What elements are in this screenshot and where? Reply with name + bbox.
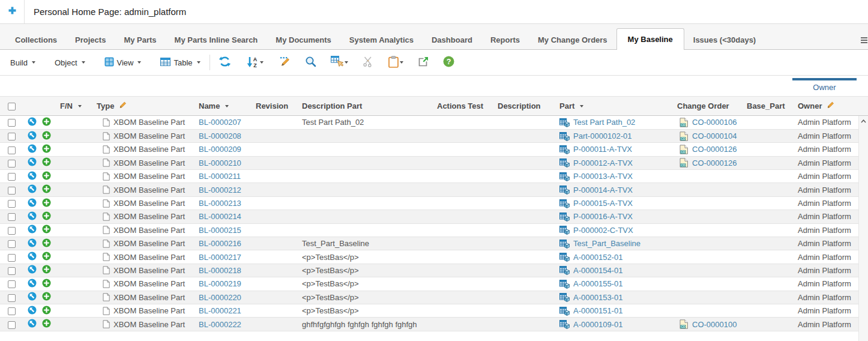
change-order-link[interactable]: CO-0000126 <box>692 145 737 154</box>
info-icon[interactable] <box>28 144 37 153</box>
info-icon[interactable] <box>28 117 37 126</box>
sort-button[interactable]: AZ <box>244 55 265 71</box>
row-checkbox[interactable] <box>8 240 16 248</box>
baseline-name-link[interactable]: BL-0000215 <box>199 226 241 235</box>
part-link[interactable]: A-0000152-01 <box>573 253 622 262</box>
add-icon[interactable] <box>42 211 51 220</box>
change-order-link[interactable]: CO-0000106 <box>692 118 737 127</box>
part-link[interactable]: A-0000154-01 <box>573 266 622 275</box>
baseline-name-link[interactable]: BL-0000218 <box>199 266 241 275</box>
info-icon[interactable] <box>28 171 37 180</box>
column-header-change-order[interactable]: Change Order <box>674 97 743 115</box>
baseline-name-link[interactable]: BL-0000216 <box>199 239 241 248</box>
baseline-name-link[interactable]: BL-0000211 <box>199 172 241 181</box>
baseline-name-link[interactable]: BL-0000209 <box>199 145 241 154</box>
add-icon[interactable] <box>42 157 51 166</box>
info-icon[interactable] <box>28 252 37 261</box>
view-menu-button[interactable]: View <box>103 56 143 70</box>
column-header-actions-test[interactable]: Actions Test <box>433 97 494 115</box>
part-link[interactable]: P-000011-A-TVX <box>573 145 632 154</box>
column-header-description-part[interactable]: Description Part <box>298 97 433 115</box>
tab-system-analytics[interactable]: System Analytics <box>340 31 423 49</box>
baseline-name-link[interactable]: BL-0000221 <box>199 306 241 315</box>
add-icon[interactable] <box>42 225 51 234</box>
row-checkbox[interactable] <box>8 119 16 127</box>
row-checkbox[interactable] <box>8 294 16 302</box>
tab-my-change-orders[interactable]: My Change Orders <box>529 31 616 49</box>
baseline-name-link[interactable]: BL-0000210 <box>199 158 241 167</box>
column-header-owner[interactable]: Owner <box>794 97 858 115</box>
info-icon[interactable] <box>28 306 37 315</box>
baseline-name-link[interactable]: BL-0000214 <box>199 212 241 221</box>
row-checkbox[interactable] <box>8 200 16 208</box>
select-all-checkbox[interactable] <box>8 103 16 110</box>
baseline-name-link[interactable]: BL-0000208 <box>199 131 241 140</box>
tab-my-parts-inline-search[interactable]: My Parts Inline Search <box>166 31 267 49</box>
column-header-name[interactable]: Name <box>195 97 252 115</box>
add-icon[interactable] <box>42 198 51 207</box>
baseline-name-link[interactable]: BL-0000219 <box>199 279 241 288</box>
add-icon[interactable] <box>42 265 51 274</box>
baseline-name-link[interactable]: BL-0000212 <box>199 186 241 195</box>
part-link[interactable]: A-0000109-01 <box>573 320 622 329</box>
add-icon[interactable] <box>42 319 51 328</box>
row-checkbox[interactable] <box>8 227 16 235</box>
info-icon[interactable] <box>28 238 37 247</box>
help-button[interactable]: ? <box>442 55 456 70</box>
mass-edit-button[interactable] <box>277 55 292 71</box>
add-icon[interactable] <box>42 117 51 126</box>
baseline-name-link[interactable]: BL-0000213 <box>199 199 241 208</box>
info-icon[interactable] <box>28 211 37 220</box>
part-link[interactable]: Part-0000102-01 <box>573 131 632 140</box>
object-menu-button[interactable]: Object <box>53 57 87 68</box>
tab-dashboard[interactable]: Dashboard <box>423 31 481 49</box>
row-checkbox[interactable] <box>8 187 16 195</box>
refresh-button[interactable] <box>217 54 232 71</box>
part-link[interactable]: A-0000151-01 <box>573 306 622 315</box>
part-link[interactable]: P-000002-C-TVX <box>573 226 633 235</box>
info-icon[interactable] <box>28 184 37 193</box>
add-icon[interactable] <box>42 306 51 315</box>
tab-collections[interactable]: Collections <box>6 31 66 49</box>
row-checkbox[interactable] <box>8 280 16 288</box>
add-icon[interactable] <box>42 279 51 288</box>
tab-projects[interactable]: Projects <box>66 31 115 49</box>
build-menu-button[interactable]: Build <box>8 57 37 68</box>
part-link[interactable]: A-0000153-01 <box>573 293 622 302</box>
info-icon[interactable] <box>28 157 37 166</box>
column-header-fn[interactable]: F/N <box>56 97 93 115</box>
column-select-button[interactable] <box>330 55 349 70</box>
part-link[interactable]: A-0000155-01 <box>573 279 622 288</box>
tab-my-documents[interactable]: My Documents <box>267 31 340 49</box>
cut-button[interactable] <box>361 55 375 70</box>
tab-my-parts[interactable]: My Parts <box>115 31 165 49</box>
new-tab-button[interactable] <box>0 0 25 23</box>
column-header-base-part[interactable]: Base_Part <box>743 97 794 115</box>
part-link[interactable]: P-000015-A-TVX <box>573 199 633 208</box>
row-checkbox[interactable] <box>8 254 16 262</box>
baseline-name-link[interactable]: BL-0000220 <box>199 293 241 302</box>
info-icon[interactable] <box>28 279 37 288</box>
part-link[interactable]: Test_Part_Baseline <box>573 239 640 248</box>
info-icon[interactable] <box>28 131 37 140</box>
part-link[interactable]: P-000014-A-TVX <box>573 186 633 195</box>
info-icon[interactable] <box>28 292 37 301</box>
row-checkbox[interactable] <box>8 133 16 140</box>
change-order-link[interactable]: CO-0000126 <box>692 158 737 167</box>
column-header-type[interactable]: Type <box>93 97 195 115</box>
tab-my-baseline[interactable]: My Baseline <box>616 28 684 50</box>
info-icon[interactable] <box>28 198 37 207</box>
add-icon[interactable] <box>42 252 51 261</box>
part-link[interactable]: P-000012-A-TVX <box>573 158 633 167</box>
column-header-revision[interactable]: Revision <box>252 97 298 115</box>
clipboard-button[interactable] <box>387 55 405 71</box>
part-link[interactable]: P-000013-A-TVX <box>573 172 633 181</box>
scroll-up-arrow-icon[interactable] <box>859 116 868 123</box>
search-button[interactable] <box>304 55 318 70</box>
export-button[interactable] <box>417 55 430 70</box>
table-menu-button[interactable]: Table <box>158 56 202 69</box>
row-checkbox[interactable] <box>8 267 16 275</box>
tab-reports[interactable]: Reports <box>481 31 529 49</box>
baseline-name-link[interactable]: BL-0000207 <box>199 118 241 127</box>
row-checkbox[interactable] <box>8 213 16 221</box>
